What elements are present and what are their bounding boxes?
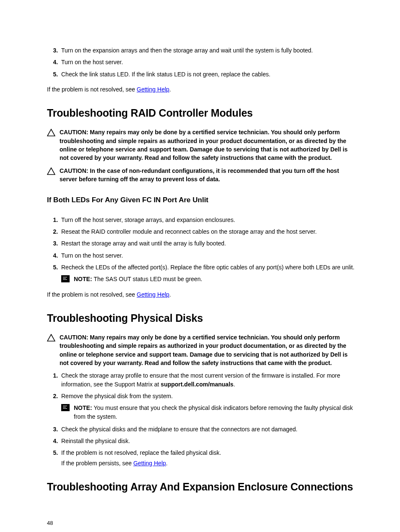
list-item-text: Turn on the host server. (61, 59, 123, 65)
caution-text: CAUTION: Many repairs may only be done b… (60, 128, 358, 162)
list-item-subline: If the problem persists, see Getting Hel… (61, 459, 358, 467)
note-block: NOTE: You must ensure that you check the… (61, 404, 358, 421)
caution-icon (47, 129, 55, 138)
heading-disks: Troubleshooting Physical Disks (47, 310, 358, 326)
list-item: Turn on the expansion arrays and then th… (60, 46, 358, 55)
list-item: Turn on the host server. (60, 251, 358, 260)
list-item: Turn on the host server. (60, 58, 358, 66)
caution-block: CAUTION: In the case of non-redundant co… (47, 167, 358, 184)
ordered-list-top: Turn on the expansion arrays and then th… (47, 46, 358, 78)
list-item-text: Reinstall the physical disk. (61, 438, 130, 444)
link-getting-help[interactable]: Getting Help (133, 460, 166, 467)
note-text: NOTE: The SAS OUT status LED must be gre… (74, 275, 358, 283)
note-text: NOTE: You must ensure that you check the… (74, 404, 358, 421)
list-item: Recheck the LEDs of the affected port(s)… (60, 263, 358, 284)
list-item: If the problem is not resolved, replace … (60, 449, 358, 467)
caution-block: CAUTION: Many repairs may only be done b… (47, 333, 358, 367)
list-item-text: Turn on the host server. (61, 252, 123, 259)
list-item: Check the storage array profile to ensur… (60, 371, 358, 389)
caution-text: CAUTION: Many repairs may only be done b… (60, 333, 358, 367)
link-getting-help[interactable]: Getting Help (137, 291, 169, 298)
list-item-text: Check the physical disks and the midplan… (61, 426, 297, 433)
ordered-list-disks: Check the storage array profile to ensur… (47, 371, 358, 467)
list-item-text: If the problem is not resolved, replace … (61, 449, 221, 456)
list-item: Reseat the RAID controller module and re… (60, 227, 358, 236)
list-item-text: Turn on the expansion arrays and then th… (61, 47, 313, 54)
list-item: Check the physical disks and the midplan… (60, 425, 358, 433)
list-item-text: Reseat the RAID controller module and re… (61, 228, 317, 235)
list-item-text: Remove the physical disk from the system… (61, 393, 173, 399)
caution-icon (47, 167, 55, 177)
link-getting-help[interactable]: Getting Help (137, 86, 169, 93)
note-icon (61, 404, 70, 411)
caution-block: CAUTION: Many repairs may only be done b… (47, 128, 358, 162)
ordered-list-raid: Turn off the host server, storage arrays… (47, 216, 358, 284)
paragraph-resolve-b: If the problem is not resolved, see Gett… (47, 290, 358, 299)
heading-raid: Troubleshooting RAID Controller Modules (47, 105, 358, 120)
caution-icon (47, 334, 55, 344)
list-item: Remove the physical disk from the system… (60, 392, 358, 421)
caution-text: CAUTION: In the case of non-redundant co… (60, 167, 358, 184)
list-item-text: Restart the storage array and wait until… (61, 240, 226, 247)
note-block: NOTE: The SAS OUT status LED must be gre… (61, 275, 358, 283)
heading-leds: If Both LEDs For Any Given FC IN Port Ar… (47, 195, 358, 206)
list-item: Restart the storage array and wait until… (60, 239, 358, 248)
list-item-text: Turn off the host server, storage arrays… (61, 216, 235, 223)
list-item: Reinstall the physical disk. (60, 437, 358, 445)
list-item: Turn off the host server, storage arrays… (60, 216, 358, 224)
paragraph-resolve-a: If the problem is not resolved, see Gett… (47, 85, 358, 94)
note-icon (61, 275, 70, 282)
page-number: 48 (47, 519, 358, 527)
list-item-text: Check the link status LED. If the link s… (61, 71, 270, 78)
list-item-text: Recheck the LEDs of the affected port(s)… (61, 264, 354, 271)
heading-array: Troubleshooting Array And Expansion Encl… (47, 479, 358, 494)
list-item: Check the link status LED. If the link s… (60, 70, 358, 78)
